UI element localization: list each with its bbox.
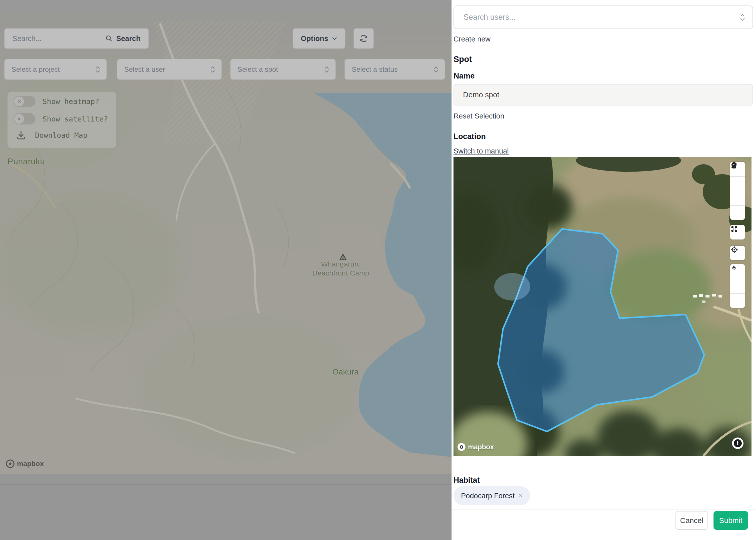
map-attribution-button[interactable]: i bbox=[732, 438, 743, 449]
divider bbox=[0, 484, 451, 485]
download-map-button[interactable]: Download Map bbox=[16, 130, 87, 141]
filter-project-select[interactable]: Select a project bbox=[4, 59, 107, 80]
divider bbox=[0, 521, 451, 521]
draw-toolbar bbox=[730, 162, 745, 220]
habitat-tag-label: Podocarp Forest bbox=[461, 492, 515, 500]
updown-chevrons-icon bbox=[210, 66, 215, 73]
app: Punaruku Whangaruru Beachfront Camp Oaku… bbox=[0, 0, 756, 540]
content-strip bbox=[0, 474, 451, 540]
habitat-section-label: Habitat bbox=[453, 476, 480, 485]
search-input[interactable]: Search... bbox=[5, 35, 97, 43]
zoom-out-button[interactable] bbox=[730, 279, 745, 293]
location-section-label: Location bbox=[453, 132, 486, 141]
satellite-toggle-label: Show satellite? bbox=[43, 115, 108, 123]
heatmap-toggle-label: Show heatmap? bbox=[43, 97, 99, 106]
user-search-placeholder: Search users... bbox=[463, 13, 516, 22]
download-map-label: Download Map bbox=[35, 131, 87, 140]
remove-tag-icon[interactable]: × bbox=[519, 492, 523, 500]
options-label: Options bbox=[301, 35, 328, 43]
filter-spot-placeholder: Select a spot bbox=[237, 66, 278, 73]
switch-to-manual-link[interactable]: Switch to manual bbox=[453, 147, 509, 155]
map-label-punaruku: Punaruku bbox=[8, 157, 45, 166]
toggle-off-x-icon bbox=[17, 116, 22, 121]
filter-status-placeholder: Select a status bbox=[352, 66, 398, 73]
refresh-icon bbox=[359, 34, 368, 43]
topo-map-canvas bbox=[0, 13, 451, 474]
submit-button[interactable]: Submit bbox=[713, 511, 748, 530]
mapbox-logo: mapbox bbox=[6, 460, 44, 468]
search-icon bbox=[105, 35, 113, 42]
mapbox-logo: mapbox bbox=[457, 443, 494, 451]
compass-button[interactable] bbox=[730, 293, 745, 308]
location-map[interactable]: mapbox i bbox=[453, 157, 751, 456]
mapbox-logo-icon bbox=[6, 460, 15, 468]
geolocate-control bbox=[730, 246, 745, 260]
mapbox-logo-icon bbox=[457, 443, 465, 451]
user-search-select[interactable]: Search users... bbox=[453, 6, 753, 29]
geolocate-button[interactable] bbox=[730, 246, 745, 260]
filter-user-select[interactable]: Select a user bbox=[117, 59, 222, 80]
search-button-label: Search bbox=[116, 35, 141, 43]
info-icon: i bbox=[734, 439, 742, 447]
mapbox-logo-text: mapbox bbox=[17, 460, 44, 468]
filter-spot-select[interactable]: Select a spot bbox=[230, 59, 336, 80]
create-new-link[interactable]: Create new bbox=[453, 35, 490, 43]
spot-edit-drawer: Search users... Create new Spot Name Res… bbox=[451, 0, 756, 540]
trash-button[interactable] bbox=[730, 205, 745, 220]
updown-chevrons-icon bbox=[95, 66, 100, 73]
map-layers-panel: Show heatmap? Show satellite? Download M… bbox=[8, 92, 116, 148]
fullscreen-button[interactable] bbox=[730, 225, 745, 239]
updown-chevrons-icon bbox=[324, 66, 329, 73]
map-label-oakura: Oakura bbox=[332, 367, 359, 376]
spot-name-input[interactable] bbox=[453, 84, 753, 105]
filter-user-placeholder: Select a user bbox=[124, 66, 165, 73]
main-map[interactable]: Punaruku Whangaruru Beachfront Camp Oaku… bbox=[0, 13, 451, 474]
spot-polygon-overlay[interactable] bbox=[453, 157, 751, 456]
zoom-control bbox=[730, 264, 745, 308]
footer-divider bbox=[452, 509, 756, 509]
map-label-campsite: Whangaruru Beachfront Camp bbox=[291, 260, 391, 278]
filter-project-placeholder: Select a project bbox=[12, 66, 60, 73]
draw-point-button[interactable] bbox=[730, 191, 745, 205]
search-button[interactable]: Search bbox=[97, 29, 149, 49]
download-icon bbox=[16, 130, 27, 141]
draw-polygon-button[interactable] bbox=[730, 176, 745, 191]
spot-section-heading: Spot bbox=[453, 55, 472, 64]
habitat-tag: Podocarp Forest × bbox=[453, 486, 530, 505]
map-label-campsite-line1: Whangaruru bbox=[291, 260, 391, 269]
updown-chevrons-icon bbox=[433, 66, 439, 73]
fullscreen-control bbox=[730, 225, 745, 239]
map-label-campsite-line2: Beachfront Camp bbox=[291, 269, 391, 278]
refresh-button[interactable] bbox=[353, 28, 374, 49]
name-field-label: Name bbox=[453, 71, 474, 80]
background-page: Punaruku Whangaruru Beachfront Camp Oaku… bbox=[0, 0, 451, 540]
options-button[interactable]: Options bbox=[293, 28, 345, 49]
updown-chevrons-icon bbox=[739, 13, 745, 22]
reset-selection-link[interactable]: Reset Selection bbox=[453, 112, 504, 120]
cancel-button[interactable]: Cancel bbox=[676, 511, 708, 530]
satellite-toggle[interactable] bbox=[14, 113, 36, 124]
top-navbar bbox=[0, 0, 451, 14]
toggle-off-x-icon bbox=[17, 99, 22, 104]
filter-status-select[interactable]: Select a status bbox=[344, 59, 445, 80]
heatmap-toggle[interactable] bbox=[14, 96, 36, 107]
mapbox-logo-text: mapbox bbox=[468, 443, 494, 451]
search-bar[interactable]: Search... Search bbox=[4, 28, 149, 49]
chevron-down-icon bbox=[332, 37, 337, 40]
